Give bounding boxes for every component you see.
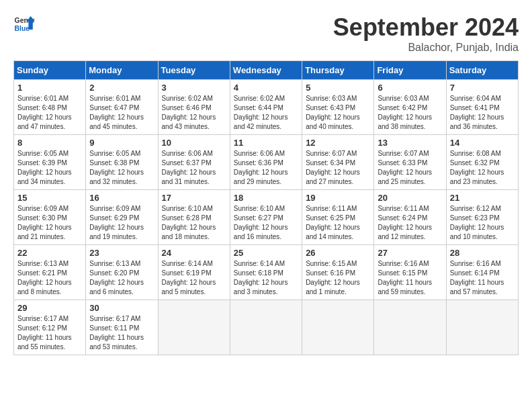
day-number: 29	[17, 303, 82, 313]
day-number: 27	[378, 248, 442, 258]
day-info: Sunrise: 6:16 AM Sunset: 6:14 PM Dayligh…	[450, 259, 515, 297]
day-number: 10	[162, 138, 226, 148]
table-row: 20Sunrise: 6:11 AM Sunset: 6:24 PM Dayli…	[374, 190, 446, 245]
day-number: 18	[234, 193, 298, 203]
day-info: Sunrise: 6:17 AM Sunset: 6:12 PM Dayligh…	[17, 314, 82, 352]
table-row	[230, 300, 302, 355]
col-friday: Friday	[374, 61, 446, 80]
col-thursday: Thursday	[302, 61, 374, 80]
day-info: Sunrise: 6:03 AM Sunset: 6:43 PM Dayligh…	[306, 94, 370, 132]
table-row: 8Sunrise: 6:05 AM Sunset: 6:39 PM Daylig…	[14, 135, 86, 190]
header-row: Sunday Monday Tuesday Wednesday Thursday…	[14, 61, 519, 80]
table-row: 9Sunrise: 6:05 AM Sunset: 6:38 PM Daylig…	[86, 135, 158, 190]
day-info: Sunrise: 6:13 AM Sunset: 6:21 PM Dayligh…	[17, 259, 82, 297]
logo-icon: General Blue	[13, 13, 35, 35]
calendar-table: Sunday Monday Tuesday Wednesday Thursday…	[13, 60, 519, 355]
col-monday: Monday	[86, 61, 158, 80]
day-info: Sunrise: 6:10 AM Sunset: 6:28 PM Dayligh…	[162, 204, 226, 242]
day-number: 25	[234, 248, 298, 258]
day-info: Sunrise: 6:05 AM Sunset: 6:39 PM Dayligh…	[17, 149, 82, 187]
day-info: Sunrise: 6:10 AM Sunset: 6:27 PM Dayligh…	[234, 204, 298, 242]
day-info: Sunrise: 6:08 AM Sunset: 6:32 PM Dayligh…	[450, 149, 515, 187]
day-info: Sunrise: 6:02 AM Sunset: 6:46 PM Dayligh…	[162, 94, 226, 132]
day-number: 3	[162, 83, 226, 93]
day-info: Sunrise: 6:07 AM Sunset: 6:34 PM Dayligh…	[306, 149, 370, 187]
table-row	[374, 300, 446, 355]
location-title: Balachor, Punjab, India	[333, 42, 519, 54]
day-info: Sunrise: 6:01 AM Sunset: 6:47 PM Dayligh…	[89, 94, 154, 132]
table-row: 17Sunrise: 6:10 AM Sunset: 6:28 PM Dayli…	[158, 190, 230, 245]
day-number: 9	[89, 138, 154, 148]
table-row: 12Sunrise: 6:07 AM Sunset: 6:34 PM Dayli…	[302, 135, 374, 190]
table-row: 4Sunrise: 6:02 AM Sunset: 6:44 PM Daylig…	[230, 80, 302, 135]
day-number: 13	[378, 138, 442, 148]
day-number: 8	[17, 138, 82, 148]
day-info: Sunrise: 6:09 AM Sunset: 6:29 PM Dayligh…	[89, 204, 154, 242]
day-number: 22	[17, 248, 82, 258]
day-number: 1	[17, 83, 82, 93]
table-row	[302, 300, 374, 355]
table-row: 6Sunrise: 6:03 AM Sunset: 6:42 PM Daylig…	[374, 80, 446, 135]
day-info: Sunrise: 6:13 AM Sunset: 6:20 PM Dayligh…	[89, 259, 154, 297]
day-number: 26	[306, 248, 370, 258]
day-number: 19	[306, 193, 370, 203]
day-info: Sunrise: 6:06 AM Sunset: 6:37 PM Dayligh…	[162, 149, 226, 187]
table-row: 15Sunrise: 6:09 AM Sunset: 6:30 PM Dayli…	[14, 190, 86, 245]
day-info: Sunrise: 6:14 AM Sunset: 6:19 PM Dayligh…	[162, 259, 226, 297]
day-number: 15	[17, 193, 82, 203]
table-row	[158, 300, 230, 355]
day-info: Sunrise: 6:04 AM Sunset: 6:41 PM Dayligh…	[450, 94, 515, 132]
col-saturday: Saturday	[446, 61, 518, 80]
table-row: 26Sunrise: 6:15 AM Sunset: 6:16 PM Dayli…	[302, 245, 374, 300]
day-info: Sunrise: 6:16 AM Sunset: 6:15 PM Dayligh…	[378, 259, 442, 297]
day-number: 16	[89, 193, 154, 203]
day-info: Sunrise: 6:05 AM Sunset: 6:38 PM Dayligh…	[89, 149, 154, 187]
page-header: General Blue September 2024 Balachor, Pu…	[13, 13, 519, 54]
day-number: 12	[306, 138, 370, 148]
table-row: 21Sunrise: 6:12 AM Sunset: 6:23 PM Dayli…	[446, 190, 518, 245]
calendar-row: 1Sunrise: 6:01 AM Sunset: 6:48 PM Daylig…	[14, 80, 519, 135]
col-sunday: Sunday	[14, 61, 86, 80]
table-row: 19Sunrise: 6:11 AM Sunset: 6:25 PM Dayli…	[302, 190, 374, 245]
day-number: 21	[450, 193, 515, 203]
table-row: 29Sunrise: 6:17 AM Sunset: 6:12 PM Dayli…	[14, 300, 86, 355]
day-info: Sunrise: 6:11 AM Sunset: 6:25 PM Dayligh…	[306, 204, 370, 242]
day-number: 14	[450, 138, 515, 148]
day-number: 5	[306, 83, 370, 93]
table-row: 25Sunrise: 6:14 AM Sunset: 6:18 PM Dayli…	[230, 245, 302, 300]
table-row: 1Sunrise: 6:01 AM Sunset: 6:48 PM Daylig…	[14, 80, 86, 135]
day-number: 2	[89, 83, 154, 93]
day-number: 4	[234, 83, 298, 93]
calendar-row: 22Sunrise: 6:13 AM Sunset: 6:21 PM Dayli…	[14, 245, 519, 300]
table-row: 18Sunrise: 6:10 AM Sunset: 6:27 PM Dayli…	[230, 190, 302, 245]
day-info: Sunrise: 6:09 AM Sunset: 6:30 PM Dayligh…	[17, 204, 82, 242]
day-info: Sunrise: 6:01 AM Sunset: 6:48 PM Dayligh…	[17, 94, 82, 132]
table-row: 2Sunrise: 6:01 AM Sunset: 6:47 PM Daylig…	[86, 80, 158, 135]
table-row: 24Sunrise: 6:14 AM Sunset: 6:19 PM Dayli…	[158, 245, 230, 300]
title-block: September 2024 Balachor, Punjab, India	[333, 13, 519, 54]
table-row: 5Sunrise: 6:03 AM Sunset: 6:43 PM Daylig…	[302, 80, 374, 135]
table-row: 23Sunrise: 6:13 AM Sunset: 6:20 PM Dayli…	[86, 245, 158, 300]
day-number: 7	[450, 83, 515, 93]
table-row: 28Sunrise: 6:16 AM Sunset: 6:14 PM Dayli…	[446, 245, 518, 300]
table-row: 7Sunrise: 6:04 AM Sunset: 6:41 PM Daylig…	[446, 80, 518, 135]
svg-text:Blue: Blue	[15, 25, 30, 32]
table-row: 14Sunrise: 6:08 AM Sunset: 6:32 PM Dayli…	[446, 135, 518, 190]
day-info: Sunrise: 6:14 AM Sunset: 6:18 PM Dayligh…	[234, 259, 298, 297]
day-number: 20	[378, 193, 442, 203]
day-number: 17	[162, 193, 226, 203]
table-row: 30Sunrise: 6:17 AM Sunset: 6:11 PM Dayli…	[86, 300, 158, 355]
day-info: Sunrise: 6:06 AM Sunset: 6:36 PM Dayligh…	[234, 149, 298, 187]
calendar-body: 1Sunrise: 6:01 AM Sunset: 6:48 PM Daylig…	[14, 80, 519, 355]
table-row: 10Sunrise: 6:06 AM Sunset: 6:37 PM Dayli…	[158, 135, 230, 190]
month-title: September 2024	[333, 13, 519, 42]
calendar-row: 15Sunrise: 6:09 AM Sunset: 6:30 PM Dayli…	[14, 190, 519, 245]
day-info: Sunrise: 6:02 AM Sunset: 6:44 PM Dayligh…	[234, 94, 298, 132]
day-info: Sunrise: 6:03 AM Sunset: 6:42 PM Dayligh…	[378, 94, 442, 132]
table-row: 13Sunrise: 6:07 AM Sunset: 6:33 PM Dayli…	[374, 135, 446, 190]
table-row: 11Sunrise: 6:06 AM Sunset: 6:36 PM Dayli…	[230, 135, 302, 190]
table-row: 3Sunrise: 6:02 AM Sunset: 6:46 PM Daylig…	[158, 80, 230, 135]
day-number: 23	[89, 248, 154, 258]
day-number: 24	[162, 248, 226, 258]
calendar-row: 29Sunrise: 6:17 AM Sunset: 6:12 PM Dayli…	[14, 300, 519, 355]
